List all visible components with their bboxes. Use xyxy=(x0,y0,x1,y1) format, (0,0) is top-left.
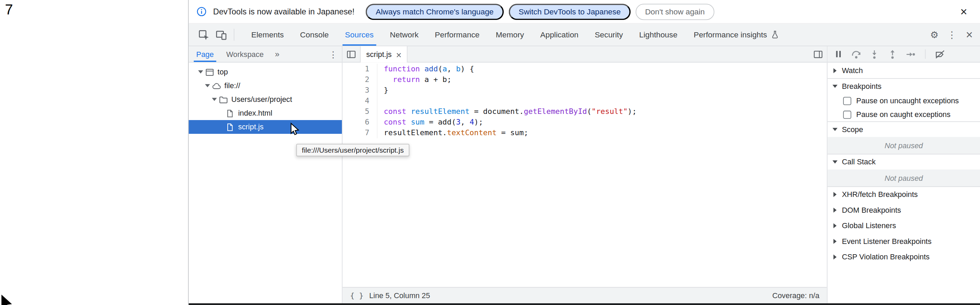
section-csp-violation-breakpoints[interactable]: CSP Violation Breakpoints xyxy=(827,249,980,265)
pretty-print-icon[interactable]: { } xyxy=(350,291,364,300)
triangle-down-icon[interactable] xyxy=(203,83,212,89)
section-breakpoints[interactable]: Breakpoints xyxy=(827,78,980,94)
tree-item-script-js[interactable]: script.js xyxy=(189,120,342,134)
section-xhr-fetch-breakpoints[interactable]: XHR/fetch Breakpoints xyxy=(827,186,980,202)
line-number[interactable]: 5 xyxy=(342,106,377,117)
tab-sources[interactable]: Sources xyxy=(337,24,382,46)
switch-devtools-to-japanese-button[interactable]: Switch DevTools to Japanese xyxy=(509,3,631,19)
triangle-right-icon[interactable] xyxy=(831,254,839,260)
code-editor[interactable]: 1function add(a, b) {2 return a + b;3}45… xyxy=(342,62,827,287)
tree-item-label: Users/user/project xyxy=(231,95,292,104)
more-options-icon[interactable]: ⋮ xyxy=(943,30,960,39)
editor-tab-script-js[interactable]: script.js × xyxy=(360,46,408,62)
page-content-text: 7 xyxy=(5,2,13,18)
line-number[interactable]: 3 xyxy=(342,85,377,96)
triangle-right-icon[interactable] xyxy=(831,67,839,73)
tab-label: Lighthouse xyxy=(639,30,677,39)
infobar-close-icon[interactable]: × xyxy=(955,5,972,18)
infobar-message: DevTools is now available in Japanese! xyxy=(213,7,355,16)
tree-item-file[interactable]: file:// xyxy=(189,79,342,93)
navigator-tab-page[interactable]: Page xyxy=(190,46,220,62)
step-over-icon[interactable] xyxy=(851,49,861,59)
toggle-navigator-icon[interactable] xyxy=(342,46,360,62)
triangle-down-icon[interactable] xyxy=(831,159,839,165)
cursor-position: Line 5, Column 25 xyxy=(369,291,430,300)
checkbox-pause-on-uncaught-exceptions[interactable] xyxy=(843,97,851,105)
pause-script-icon[interactable] xyxy=(834,50,843,59)
navigator-menu-icon[interactable]: ⋮ xyxy=(327,49,339,59)
tab-application[interactable]: Application xyxy=(532,24,587,46)
toggle-debugger-sidebar-icon[interactable] xyxy=(809,46,827,62)
tab-network[interactable]: Network xyxy=(382,24,426,46)
file-icon xyxy=(226,122,237,131)
settings-gear-icon[interactable]: ⚙ xyxy=(926,30,942,39)
dismiss-button[interactable]: Don't show again xyxy=(636,3,714,19)
tab-label: Security xyxy=(595,30,623,39)
tree-item-label: script.js xyxy=(238,123,263,131)
triangle-right-icon[interactable] xyxy=(831,192,839,198)
tab-lighthouse[interactable]: Lighthouse xyxy=(631,24,686,46)
line-number[interactable]: 6 xyxy=(342,117,377,128)
line-number[interactable]: 1 xyxy=(342,64,377,75)
placeholder-call-stack: Not paused xyxy=(827,169,980,186)
step-into-icon[interactable] xyxy=(869,49,879,59)
code-text: resultElement.textContent = sum; xyxy=(377,128,528,138)
window-bottom-edge xyxy=(189,303,980,305)
line-number[interactable]: 4 xyxy=(342,96,377,106)
triangle-right-icon[interactable] xyxy=(831,206,839,213)
editor-tab-label: script.js xyxy=(366,50,391,59)
checkbox-pause-on-caught-exceptions[interactable] xyxy=(843,110,851,119)
line-number[interactable]: 7 xyxy=(342,128,377,138)
code-line: 7resultElement.textContent = sum; xyxy=(342,128,827,138)
section-label: Scope xyxy=(842,125,863,134)
triangle-down-icon[interactable] xyxy=(210,96,219,102)
section-dom-breakpoints[interactable]: DOM Breakpoints xyxy=(827,202,980,218)
section-call-stack[interactable]: Call Stack xyxy=(827,154,980,169)
device-toolbar-icon[interactable] xyxy=(213,24,230,46)
devtools-close-icon[interactable]: × xyxy=(961,29,977,41)
always-match-chrome-s-language-button[interactable]: Always match Chrome's language xyxy=(366,3,504,19)
tab-close-icon[interactable]: × xyxy=(396,50,401,59)
stray-cursor-icon xyxy=(0,294,15,305)
section-event-listener-breakpoints[interactable]: Event Listener Breakpoints xyxy=(827,233,980,249)
file-icon xyxy=(226,109,237,118)
tab-memory[interactable]: Memory xyxy=(488,24,532,46)
tab-console[interactable]: Console xyxy=(292,24,337,46)
tab-performance-insights[interactable]: Performance insights xyxy=(686,24,788,46)
code-line: 2 return a + b; xyxy=(342,75,827,85)
triangle-down-icon[interactable] xyxy=(831,126,839,133)
tab-label: Elements xyxy=(251,30,284,39)
tab-security[interactable]: Security xyxy=(587,24,631,46)
navigator-tab-workspace[interactable]: Workspace xyxy=(220,46,270,62)
inspect-element-icon[interactable] xyxy=(195,24,213,46)
code-text: return a + b; xyxy=(377,75,452,85)
section-global-listeners[interactable]: Global Listeners xyxy=(827,217,980,233)
section-label: DOM Breakpoints xyxy=(842,206,901,214)
step-out-icon[interactable] xyxy=(888,49,897,59)
tab-performance[interactable]: Performance xyxy=(426,24,488,46)
panel-tabs: ElementsConsoleSourcesNetworkPerformance… xyxy=(243,24,788,46)
tree-item-top[interactable]: top xyxy=(189,65,342,79)
section-scope[interactable]: Scope xyxy=(827,121,980,137)
triangle-right-icon[interactable] xyxy=(831,238,839,244)
checkbox-row-pause-on-caught-exceptions: Pause on caught exceptions xyxy=(827,108,980,121)
coverage-status: Coverage: n/a xyxy=(772,291,819,300)
tab-elements[interactable]: Elements xyxy=(243,24,292,46)
step-icon[interactable] xyxy=(905,49,916,59)
code-text: const resultElement = document.getElemen… xyxy=(377,106,637,117)
deactivate-breakpoints-icon[interactable] xyxy=(935,49,945,59)
tree-item-users-user-project[interactable]: Users/user/project xyxy=(189,93,342,106)
tree-item-index-html[interactable]: index.html xyxy=(189,106,342,120)
triangle-down-icon[interactable] xyxy=(196,69,205,75)
tab-label: Performance xyxy=(435,30,479,39)
code-line: 1function add(a, b) { xyxy=(342,64,827,75)
debugger-toolbar-divider xyxy=(925,50,926,59)
triangle-right-icon[interactable] xyxy=(831,222,839,228)
more-tabs-icon[interactable]: » xyxy=(270,50,284,59)
section-label: XHR/fetch Breakpoints xyxy=(842,190,918,199)
tab-label: Performance insights xyxy=(694,30,767,39)
line-number[interactable]: 2 xyxy=(342,75,377,85)
code-text: } xyxy=(377,85,388,96)
triangle-down-icon[interactable] xyxy=(831,83,839,89)
section-watch[interactable]: Watch xyxy=(827,62,980,78)
